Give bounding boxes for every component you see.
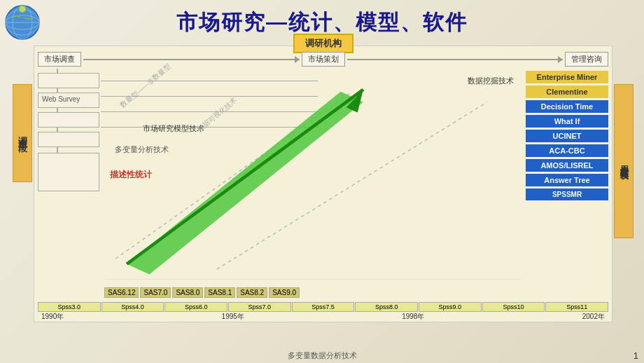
spss-row: Spss3.0 Spss4.0 Spss6.0 Spss7.0 Spss7.5 …: [38, 302, 608, 312]
bottom-label: 多变量数据分析技术: [288, 350, 357, 361]
btn-aca-cbc[interactable]: ACA-CBC: [526, 144, 608, 157]
software-buttons: Enterprise Miner Clementine Decision Tim…: [526, 71, 608, 203]
btn-what-if[interactable]: What If: [526, 115, 608, 128]
year-row: 1990年 1995年 1998年 2002年: [38, 312, 608, 322]
label-multivar: 多变量分析技术: [115, 144, 169, 155]
top-box-mgmt: 管理咨询: [565, 52, 608, 67]
spss-box-6: Spss9.0: [419, 302, 482, 312]
sas-box-3: SAS8.1: [204, 287, 235, 298]
spss-box-7: Spss10: [482, 302, 545, 312]
page-title: 市场研究—统计、模型、软件: [42, 8, 602, 37]
svg-marker-9: [127, 92, 363, 275]
diagram-box: 调研机构 市场调查 市场策划 管理咨询 Web Survey: [34, 46, 612, 322]
spss-box-0: Spss3.0: [38, 302, 101, 312]
btn-enterprise-miner[interactable]: Enterprise Miner: [526, 71, 608, 83]
year-1: 1995年: [222, 312, 244, 322]
top-box-market: 市场策划: [302, 52, 345, 67]
year-2: 1998年: [402, 312, 424, 322]
label-datamining: 数据挖掘技术: [468, 76, 514, 86]
spss-box-5: Spss8.0: [355, 302, 418, 312]
left-box-5: [38, 153, 99, 191]
sas-box-2: SAS8.0: [172, 287, 203, 298]
left-box-2: Web Survey: [38, 93, 99, 108]
sas-box-1: SAS7.0: [140, 287, 171, 298]
sas-box-5: SAS9.0: [269, 287, 300, 298]
spss-box-2: Spss6.0: [164, 302, 227, 312]
chart-svg: [104, 71, 521, 280]
left-box-1: [38, 73, 99, 88]
org-box: 调研机构: [293, 34, 354, 53]
arrow-1: [83, 59, 300, 60]
spss-box-3: Spss7.0: [228, 302, 291, 312]
top-box-survey: 市场调查: [38, 52, 81, 67]
arrow-2: [347, 59, 564, 60]
svg-line-10: [127, 90, 363, 264]
left-boxes: Web Survey: [38, 73, 99, 196]
year-0: 1990年: [41, 312, 64, 322]
spss-box-4: Spss7.5: [292, 302, 355, 312]
survey-label: 调查手段: [13, 84, 32, 182]
globe-icon: [4, 4, 42, 42]
left-box-4: [38, 132, 99, 147]
top-row: 市场调查 市场策划 管理咨询: [38, 52, 608, 67]
spss-box-8: Spss11: [545, 302, 608, 312]
sas-box-0: SAS6.12: [104, 287, 139, 298]
sas-box-4: SAS8.2: [237, 287, 267, 298]
sas-row: SAS6.12 SAS7.0 SAS8.0 SAS8.1 SAS8.2 SAS9…: [104, 287, 521, 298]
label-market: 市场研究模型技术: [143, 123, 204, 134]
year-3: 2002年: [582, 312, 605, 322]
btn-clementine[interactable]: Clementine: [526, 85, 608, 98]
btn-decision-time[interactable]: Decision Time: [526, 100, 608, 113]
spss-box-1: Spss4.0: [102, 302, 164, 312]
slide: 市场研究—统计、模型、软件 调查手段 专用分析软件与模块 调研机构 市场调查 市…: [0, 0, 644, 363]
content-area: 调查手段 专用分析软件与模块 调研机构 市场调查 市场策划 管理咨询 Web S…: [13, 46, 634, 343]
btn-answer-tree[interactable]: Answer Tree: [526, 174, 608, 186]
svg-point-5: [19, 6, 26, 13]
left-box-3: [38, 112, 99, 128]
right-label: 专用分析软件与模块: [614, 84, 634, 238]
btn-ucinet[interactable]: UCINET: [526, 130, 608, 142]
label-stats: 描述性统计: [110, 169, 152, 181]
btn-amos-lisrel[interactable]: AMOS/LISREL: [526, 159, 608, 172]
btn-spss-mr[interactable]: SPSSMR: [526, 189, 608, 200]
page-number: 1: [634, 350, 638, 361]
